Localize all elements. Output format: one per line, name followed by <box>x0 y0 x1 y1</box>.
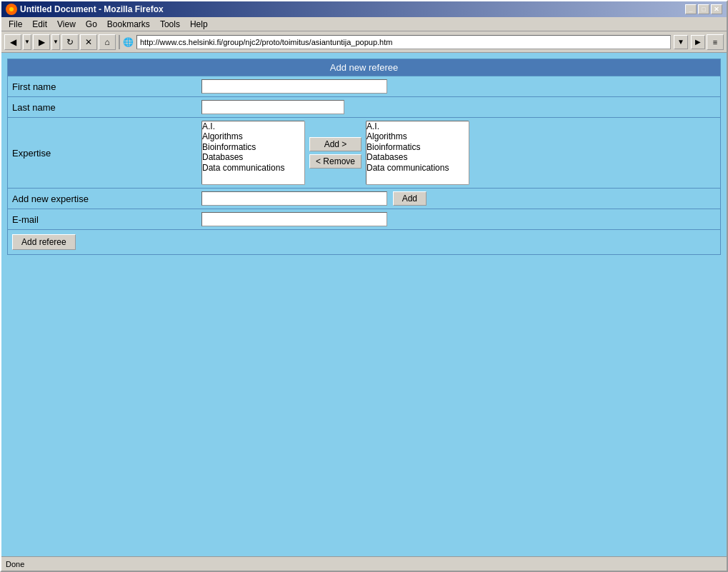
first-name-row: First name <box>8 76 720 97</box>
forward-button[interactable]: ▶ <box>33 34 50 50</box>
menu-bookmarks[interactable]: Bookmarks <box>103 19 154 30</box>
add-expertise-button[interactable]: Add > <box>309 137 361 151</box>
first-name-input[interactable] <box>201 79 387 94</box>
form-container: Add new referee First name Last name <box>7 59 721 255</box>
go-button[interactable]: ▶ <box>691 35 705 49</box>
list-item[interactable]: Algorithms <box>202 131 304 141</box>
back-dropdown[interactable]: ▼ <box>23 34 31 50</box>
status-text: Done <box>6 560 24 568</box>
remove-expertise-button[interactable]: < Remove <box>309 154 361 169</box>
stop-button[interactable]: ✕ <box>80 34 97 50</box>
maximize-button[interactable]: □ <box>698 4 709 14</box>
list-item[interactable]: Bioinformatics <box>367 142 469 152</box>
back-button[interactable]: ◀ <box>4 34 21 50</box>
add-expertise-row: Add new expertise Add <box>8 189 720 209</box>
address-bar: 🌐 ▼ ▶ <box>123 35 705 49</box>
list-item[interactable]: Databases <box>367 152 469 162</box>
add-expertise-input[interactable] <box>201 191 387 206</box>
list-item[interactable]: A.I. <box>367 121 469 131</box>
toolbar: ◀ ▼ ▶ ▼ ↻ ✕ ⌂ 🌐 ▼ ▶ ≡ <box>1 31 727 53</box>
email-row: E-mail <box>8 209 720 230</box>
email-label: E-mail <box>8 209 197 230</box>
expertise-layout: A.I. Algorithms Bioinformatics Databases… <box>201 121 716 185</box>
list-item[interactable]: Databases <box>202 152 304 162</box>
window-controls: _ □ ✕ <box>685 4 722 14</box>
svg-point-1 <box>9 7 14 11</box>
form-title: Add new referee <box>8 59 720 76</box>
email-input[interactable] <box>201 212 387 226</box>
list-item[interactable]: Bioinformatics <box>202 142 304 152</box>
menu-help[interactable]: Help <box>186 19 212 30</box>
address-icon: 🌐 <box>123 37 134 47</box>
add-expertise-submit-button[interactable]: Add <box>393 191 427 206</box>
sidebar-icon[interactable]: ≡ <box>707 34 724 50</box>
address-input[interactable] <box>136 35 671 49</box>
first-name-cell <box>197 76 720 97</box>
expertise-cell: A.I. Algorithms Bioinformatics Databases… <box>197 118 720 189</box>
add-referee-button[interactable]: Add referee <box>12 234 76 250</box>
list-item[interactable]: Data communications <box>202 163 304 173</box>
expertise-label: Expertise <box>8 118 197 189</box>
forward-dropdown[interactable]: ▼ <box>51 34 60 50</box>
form-table: First name Last name Expertise <box>8 76 720 254</box>
reload-button[interactable]: ↻ <box>61 34 79 50</box>
close-button[interactable]: ✕ <box>711 4 722 14</box>
menu-view[interactable]: View <box>53 19 80 30</box>
firefox-icon <box>6 4 17 15</box>
expertise-left-list[interactable]: A.I. Algorithms Bioinformatics Databases… <box>201 121 305 185</box>
menu-go[interactable]: Go <box>81 19 101 30</box>
last-name-cell <box>197 97 720 118</box>
title-bar-left: Untitled Document - Mozilla Firefox <box>6 4 164 15</box>
list-item[interactable]: A.I. <box>202 121 304 131</box>
separator <box>119 35 120 49</box>
status-bar: Done <box>1 556 727 571</box>
expertise-row: Expertise A.I. Algorithms Bioinformatics… <box>8 118 720 189</box>
expertise-right-list[interactable]: A.I. Algorithms Bioinformatics Databases… <box>366 121 469 185</box>
add-referee-row: Add referee <box>8 230 720 255</box>
menu-edit[interactable]: Edit <box>28 19 51 30</box>
last-name-row: Last name <box>8 97 720 118</box>
first-name-label: First name <box>8 76 197 97</box>
add-referee-cell: Add referee <box>8 230 720 255</box>
add-expertise-label: Add new expertise <box>8 189 197 209</box>
last-name-label: Last name <box>8 97 197 118</box>
minimize-button[interactable]: _ <box>685 4 697 14</box>
address-dropdown[interactable]: ▼ <box>674 35 688 49</box>
email-cell <box>197 209 720 230</box>
menu-file[interactable]: File <box>4 19 26 30</box>
add-expertise-value-cell: Add <box>197 189 720 209</box>
list-item[interactable]: Algorithms <box>367 131 469 141</box>
list-item[interactable]: Data communications <box>367 163 469 173</box>
expertise-buttons: Add > < Remove <box>309 137 361 169</box>
window-title: Untitled Document - Mozilla Firefox <box>20 4 164 14</box>
home-button[interactable]: ⌂ <box>99 34 116 50</box>
content-area: Add new referee First name Last name <box>1 53 727 556</box>
last-name-input[interactable] <box>201 100 344 114</box>
menu-tools[interactable]: Tools <box>156 19 184 30</box>
title-bar: Untitled Document - Mozilla Firefox _ □ … <box>1 1 727 17</box>
menu-bar: File Edit View Go Bookmarks Tools Help <box>1 17 727 31</box>
